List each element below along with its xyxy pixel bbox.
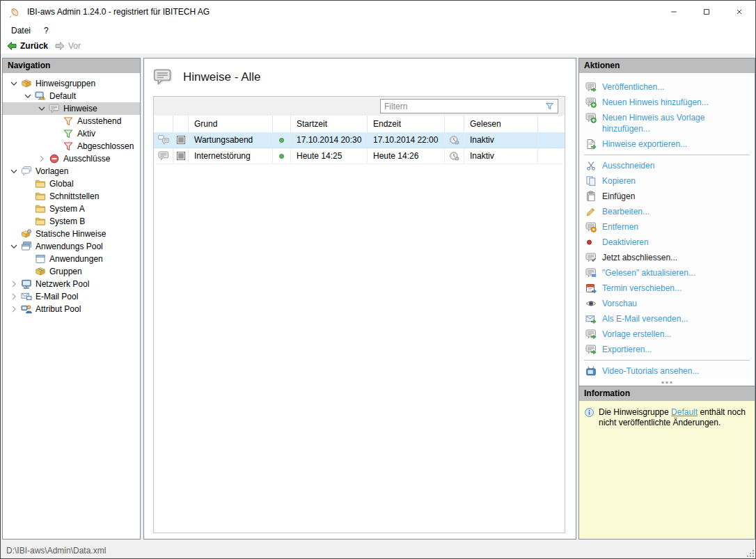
action-vorschau[interactable]: Vorschau [579,296,755,311]
action-jetzt-abschliessen[interactable]: Jetzt abschliessen... [579,250,755,265]
menu-help[interactable]: ? [44,26,49,36]
tree-item-schnittstellen[interactable]: Schnittstellen [3,190,140,203]
action-kopieren[interactable]: Kopieren [579,173,755,189]
tree-item-hinweisgruppen[interactable]: Hinweisgruppen [3,77,140,90]
action-vorlage-erstellen[interactable]: Vorlage erstellen... [579,326,755,342]
column-header-grund[interactable]: Grund [189,116,273,132]
action-als-e-mail-versenden[interactable]: Als E-Mail versenden... [579,311,755,326]
menu-datei[interactable]: Datei [11,26,31,36]
column-header-blank[interactable] [154,116,173,132]
hints-bubble-icon [153,68,172,86]
default-group-link[interactable]: Default [671,407,698,417]
tree-item-gruppen[interactable]: Gruppen [3,265,140,278]
chevron-right-icon[interactable] [8,278,19,290]
info-text-before: Die Hinweisgruppe [599,407,671,417]
action-ver-ffentlichen[interactable]: Veröffentlichen... [579,79,755,95]
action-exportieren[interactable]: Exportieren... [579,342,755,357]
chevron-down-icon[interactable] [8,166,19,177]
add-hint-template-icon [585,112,597,123]
tree-item-label: Anwendungs Pool [36,242,103,251]
forward-button[interactable]: Vor [54,40,81,52]
action-entfernen[interactable]: Entfernen [579,219,755,235]
action-ausschneiden[interactable]: Ausschneiden [579,158,755,173]
filter-input[interactable] [381,102,544,111]
action-label: Entfernen [602,221,638,233]
splitter-grip[interactable] [662,381,672,384]
tree-item-ausschl-sse[interactable]: Ausschlüsse [3,152,140,165]
tree-item-e-mail-pool[interactable]: E-Mail Pool [3,290,140,303]
column-header-gelesen[interactable]: Gelesen [464,116,538,132]
tree-item-system-a[interactable]: System A [3,203,140,215]
monitor-warning-icon [35,90,46,102]
copy-icon [585,175,597,187]
table-row-internetst-rung[interactable]: InternetstörungHeute 14:25Heute 14:26Ina… [154,148,565,164]
tree-item-label: Netzwerk Pool [36,279,89,289]
tree-item-label: E-Mail Pool [36,292,78,301]
column-header-endzeit[interactable]: Endzeit [368,116,445,132]
back-icon [6,40,17,52]
funnel-red-icon [63,141,74,152]
status-dot-green [279,138,284,143]
tree-item-aktiv[interactable]: Aktiv [3,127,140,140]
bubble-icon [49,103,60,114]
actions-separator [584,360,750,361]
network-icon [21,278,32,290]
cell-gelesen: Inaktiv [464,132,538,148]
folder-icon [35,216,46,227]
tree-item-statische-hinweise[interactable]: Statische Hinweise [3,228,140,240]
action-hinweise-exportieren[interactable]: Hinweise exportieren... [579,136,755,152]
chevron-down-icon[interactable] [22,90,33,102]
back-button[interactable]: Zurück [6,40,48,52]
action-deaktivieren[interactable]: Deaktivieren [579,235,755,250]
chevron-right-icon[interactable] [8,291,19,302]
tree-item-anwendungen[interactable]: Anwendungen [3,253,140,265]
column-header-blank[interactable] [173,116,189,132]
chevron-down-icon[interactable] [8,78,19,89]
chevron-right-icon[interactable] [36,153,47,164]
tree-item-abgeschlossen[interactable]: Abgeschlossen [3,140,140,152]
action-einf-gen[interactable]: Einfügen [579,189,755,204]
app-window: IBI-aws Admin 1.24.0 - registriert für I… [0,0,756,559]
unread-marker [177,152,185,160]
tree-item-netzwerk-pool[interactable]: Netzwerk Pool [3,278,140,290]
action-bearbeiten[interactable]: Bearbeiten... [579,204,755,219]
main-title-row: Hinweise - Alle [153,68,576,86]
maximize-button[interactable] [690,1,723,22]
remove-icon [585,221,597,233]
app-logo-icon [8,6,21,18]
action-termin-verschieben[interactable]: Termin verschieben... [579,281,755,296]
tree-item-hinweise[interactable]: Hinweise [3,102,140,115]
chevron-spacer [22,191,33,202]
action-neuen-hinweis-hinzuf-gen[interactable]: Neuen Hinweis hinzufügen... [579,95,755,110]
tree-item-attribut-pool[interactable]: Attribut Pool [3,303,140,315]
send-email-icon [585,313,597,324]
tree-item-vorlagen[interactable]: Vorlagen [3,165,140,178]
tree-item-system-b[interactable]: System B [3,215,140,228]
tree-item-label: Statische Hinweise [36,229,106,239]
chevron-down-icon[interactable] [8,241,19,252]
tree-item-default[interactable]: Default [3,90,140,102]
column-header-blank[interactable] [273,116,291,132]
table-row-wartungsabend[interactable]: Wartungsabend17.10.2014 20:3017.10.2014 … [154,132,565,148]
forward-icon [54,40,65,52]
table-header: GrundStartzeitEndzeitGelesen [154,116,565,132]
templates-icon [21,166,32,177]
tree-item-anwendungs-pool[interactable]: Anwendungs Pool [3,240,140,253]
export-hints-icon [585,139,597,150]
action-video-tutorials-ansehen[interactable]: Video-Tutorials ansehen... [579,363,755,379]
resize-grip[interactable] [746,549,754,557]
attribute-icon [21,304,32,315]
tree-item-global[interactable]: Global [3,178,140,190]
column-header-startzeit[interactable]: Startzeit [291,116,368,132]
funnel-orange-icon [63,116,74,127]
chevron-right-icon[interactable] [8,304,19,315]
column-header-blank[interactable] [445,116,464,132]
filter-icon[interactable] [544,101,555,111]
close-button[interactable] [723,1,755,22]
chevron-down-icon[interactable] [36,103,47,114]
action-neuen-hinweis-aus-vorlage-hinzuf-gen[interactable]: Neuen Hinweis aus Vorlage hinzufügen... [579,110,755,136]
actions-separator [584,155,750,155]
tree-item-ausstehend[interactable]: Ausstehend [3,115,140,127]
action-gelesen-aktualisieren[interactable]: "Gelesen" aktualisieren... [579,265,755,281]
minimize-button[interactable] [657,1,690,22]
